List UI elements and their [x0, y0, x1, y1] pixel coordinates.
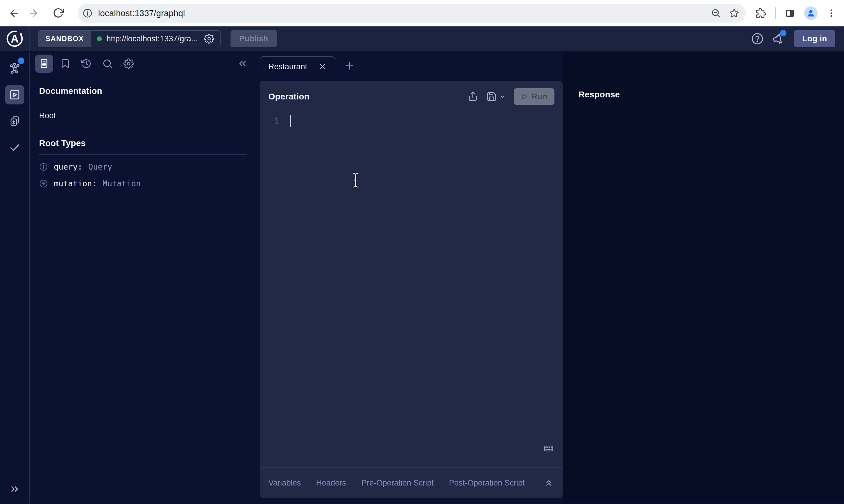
notification-dot — [780, 30, 787, 36]
help-icon[interactable] — [751, 33, 763, 45]
divider — [39, 102, 247, 102]
browser-back-button[interactable] — [7, 7, 20, 20]
browser-chrome: localhost:1337/graphql — [0, 0, 844, 26]
apollo-logo[interactable]: A — [0, 26, 30, 51]
browser-forward-button[interactable] — [27, 7, 40, 20]
left-rail — [0, 52, 30, 503]
checkmark-icon — [9, 142, 20, 154]
publish-button[interactable]: Publish — [230, 30, 277, 47]
plus-icon — [344, 60, 355, 71]
mouse-cursor — [351, 172, 360, 188]
zoom-indicator-icon[interactable] — [711, 8, 721, 18]
field-name: mutation: — [54, 179, 97, 188]
toolbar-divider — [775, 7, 776, 19]
search-icon — [102, 58, 113, 69]
add-field-icon[interactable] — [39, 179, 48, 188]
chevrons-right-icon — [9, 484, 20, 494]
collapse-docs-panel-button[interactable] — [237, 58, 247, 69]
share-operation-icon[interactable] — [467, 91, 478, 102]
field-type-link[interactable]: Mutation — [103, 179, 141, 188]
connection-status-dot — [97, 36, 102, 41]
panel-tab-headers[interactable]: Headers — [316, 479, 346, 488]
operation-section: Restaurant Operation R — [255, 52, 563, 503]
tab-restaurant[interactable]: Restaurant — [260, 56, 335, 76]
login-button[interactable]: Log in — [794, 30, 835, 47]
docs-tab-search[interactable] — [98, 55, 117, 73]
docs-body: Documentation Root Root Types query: Que… — [30, 76, 255, 188]
forward-arrow-icon — [28, 7, 39, 19]
docs-tab-settings[interactable] — [120, 55, 138, 73]
endpoint-url-text: http://localhost:1337/gra... — [107, 34, 198, 43]
panel-tab-pre-operation-script[interactable]: Pre-Operation Script — [362, 479, 434, 488]
gear-icon — [123, 58, 134, 69]
close-tab-icon[interactable] — [318, 62, 327, 71]
rail-item-checks[interactable] — [5, 138, 24, 157]
operation-header: Operation Run — [260, 81, 563, 105]
docs-title: Documentation — [39, 86, 247, 96]
announcements-button[interactable] — [772, 32, 785, 45]
rail-item-schema[interactable] — [5, 59, 24, 78]
run-button[interactable]: Run — [514, 88, 554, 105]
site-info-icon[interactable] — [83, 8, 92, 18]
url-text[interactable]: localhost:1337/graphql — [98, 8, 185, 18]
response-title: Response — [579, 90, 844, 100]
profile-avatar[interactable] — [804, 6, 817, 20]
side-panel-icon[interactable] — [785, 8, 795, 18]
root-types-title: Root Types — [39, 139, 247, 148]
panel-tab-post-operation-script[interactable]: Post-Operation Script — [449, 479, 525, 488]
operation-editor[interactable]: 1 — [260, 115, 563, 127]
back-arrow-icon — [8, 7, 20, 19]
docs-tab-history[interactable] — [77, 55, 96, 73]
add-field-icon[interactable] — [39, 163, 48, 171]
run-label: Run — [532, 92, 547, 101]
editor-caret — [290, 115, 291, 127]
tab-label: Restaurant — [269, 62, 307, 71]
root-type-row-mutation: mutation: Mutation — [39, 179, 247, 188]
rail-item-explorer[interactable] — [5, 85, 24, 105]
browser-reload-button[interactable] — [52, 7, 65, 20]
divider — [39, 154, 247, 155]
operation-title: Operation — [269, 92, 310, 102]
main-content: Documentation Root Root Types query: Que… — [0, 52, 844, 503]
root-link[interactable]: Root — [39, 111, 247, 120]
keyboard-shortcuts-button[interactable] — [543, 443, 554, 453]
rail-item-changelog[interactable] — [5, 111, 24, 131]
document-icon — [39, 58, 49, 69]
tab-bar: Restaurant — [255, 52, 563, 76]
schema-notification-dot — [18, 57, 24, 64]
keyboard-icon — [543, 443, 554, 453]
operation-panel: Operation Run 1 — [260, 81, 563, 498]
browser-menu-icon[interactable] — [826, 8, 837, 18]
history-clock-icon — [81, 58, 92, 69]
line-number: 1 — [260, 115, 279, 127]
person-icon — [806, 8, 816, 18]
rail-expand-button[interactable] — [9, 484, 20, 494]
docs-tab-bookmarks[interactable] — [56, 55, 74, 73]
operation-footer: Variables Headers Pre-Operation Script P… — [260, 467, 563, 498]
endpoint-url-field[interactable]: http://localhost:1337/gra... — [91, 31, 220, 47]
docs-toolbar — [30, 52, 255, 76]
extensions-icon[interactable] — [756, 8, 766, 18]
save-menu-chevron-icon[interactable] — [499, 93, 506, 100]
reload-icon — [53, 7, 64, 19]
sandbox-badge: SANDBOX — [38, 31, 91, 47]
diff-documents-icon — [9, 115, 20, 127]
bookmark-icon — [60, 58, 70, 69]
graph-schema-icon — [8, 62, 21, 74]
explorer-play-icon — [9, 89, 20, 101]
chevrons-up-icon — [544, 478, 554, 488]
bookmark-star-icon[interactable] — [729, 8, 739, 18]
endpoint-settings-gear-icon[interactable] — [204, 34, 214, 44]
apollo-toolbar: A SANDBOX http://localhost:1337/gra... P… — [0, 26, 844, 52]
endpoint-control: SANDBOX http://localhost:1337/gra... — [38, 30, 221, 47]
root-type-row-query: query: Query — [39, 162, 247, 171]
save-operation-control[interactable] — [486, 91, 506, 102]
address-bar[interactable]: localhost:1337/graphql — [77, 4, 746, 23]
docs-tab-documentation[interactable] — [35, 55, 53, 73]
new-tab-button[interactable] — [344, 60, 355, 71]
save-floppy-icon[interactable] — [486, 91, 497, 102]
field-type-link[interactable]: Query — [88, 162, 112, 171]
response-panel: Response — [563, 52, 844, 503]
expand-footer-button[interactable] — [544, 478, 554, 488]
panel-tab-variables[interactable]: Variables — [269, 479, 301, 488]
